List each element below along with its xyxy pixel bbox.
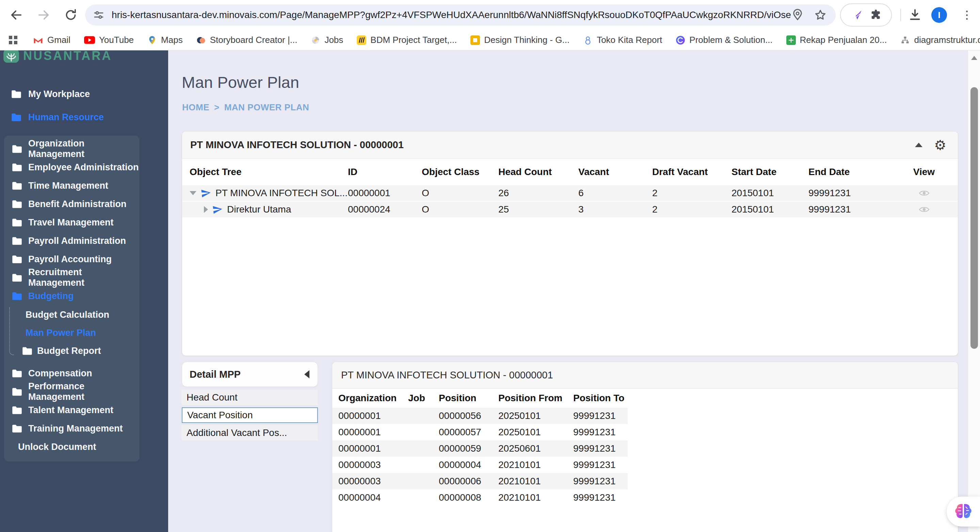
bookmark-youtube[interactable]: YouTube [84,35,134,45]
sidebar-item-travel-management[interactable]: Travel Management [4,213,140,232]
detail-item-head-count[interactable]: Head Count [182,390,318,405]
youtube-icon [84,36,95,44]
sidebar-item-organization-management[interactable]: Organization Management [4,140,140,158]
page-title: Man Power Plan [182,73,299,92]
nusantara-logo-icon [3,50,19,63]
sidebar-item-benefit-administration[interactable]: Benefit Administration [4,195,140,213]
sidebar-item-budgeting[interactable]: Budgeting [4,287,140,305]
sidebar-item-label: Benefit Administration [28,199,127,209]
folder-icon [12,406,22,414]
collapse-left-icon[interactable] [304,370,309,378]
location-icon[interactable] [791,9,804,21]
sidebar-item-employee-administration[interactable]: Employee Administration [4,158,140,177]
position-table-row[interactable]: 00000003 00000006 20210101 99991231 [332,473,628,489]
back-button[interactable] [9,8,24,22]
sidebar-item-man-power-plan[interactable]: Man Power Plan [25,324,140,342]
bookmark-problem-solution[interactable]: Problem & Solution... [676,35,772,45]
back-icon [10,8,23,22]
bookmark-gmail[interactable]: Gmail [33,35,70,45]
forward-button[interactable] [36,8,51,22]
cell-organization: 00000001 [338,410,408,421]
address-bar[interactable]: hris-kertasnusantara-dev.minovais.com/Pa… [85,5,836,25]
cell-organization: 00000003 [338,476,408,487]
position-table-row[interactable]: 00000001 00000056 20250101 99991231 [332,408,628,424]
sidebar-item-time-management[interactable]: Time Management [4,177,140,195]
cell-position: 00000004 [439,459,498,470]
org-table-row[interactable]: PT MINOVA INFOTECH SOL... 00000001 O 26 … [182,185,958,201]
cell-position-from: 20250601 [498,443,573,454]
detail-item-additional-vacant[interactable]: Additional Vacant Pos... [182,425,318,441]
site-settings-icon[interactable] [92,9,105,21]
bookmark-rekap-penjualan[interactable]: Rekap Penjualan 20... [786,35,887,45]
sidebar-item-recruitment-management[interactable]: Recruitment Management [4,268,140,287]
bookmark-design-thinking[interactable]: Design Thinking - G... [471,35,570,45]
browser-menu-button[interactable] [963,8,970,22]
expand-collapse-icon[interactable] [189,191,196,195]
sidebar-item-talent-management[interactable]: Talent Management [4,401,140,419]
folder-icon [22,347,32,355]
page-scrollbar[interactable] [968,50,980,532]
sidebar-item-my-workplace[interactable]: My Workplace [0,84,168,104]
url-text[interactable]: hris-kertasnusantara-dev.minovais.com/Pa… [111,10,791,21]
bookmark-toko-kita[interactable]: Toko Kita Report [583,35,662,45]
reload-button[interactable] [63,8,78,22]
cell-organization: 00000003 [338,459,408,470]
folder-icon [12,163,22,172]
expand-collapse-icon[interactable] [204,206,208,213]
sidebar-item-unlock-document[interactable]: Unlock Document [4,438,140,456]
org-panel-header: PT MINOVA INFOTECH SOLUTION - 00000001 ⚙ [182,131,958,159]
sidebar-item-budget-report[interactable]: Budget Report [22,342,140,360]
sidebar-item-compensation[interactable]: Compensation [4,364,140,382]
sidebar-item-budget-calculation[interactable]: Budget Calculation [25,306,140,324]
profile-avatar[interactable]: I [931,7,947,23]
settings-gear-icon[interactable]: ⚙ [934,138,946,152]
scrollbar-up-arrow[interactable] [971,56,977,60]
sidebar-item-label: Recruitment Management [28,267,140,288]
sidebar-item-label: Budget Calculation [25,310,109,320]
assistant-extension-icon[interactable] [850,8,863,22]
col-vacant: Vacant [578,167,652,177]
bookmark-storyboard[interactable]: Storyboard Creator |... [196,35,298,45]
extensions-puzzle-icon[interactable] [869,8,882,21]
cell-vacant: 6 [578,188,652,199]
org-tree-panel: PT MINOVA INFOTECH SOLUTION - 00000001 ⚙… [182,131,958,356]
cell-start-date: 20150101 [732,204,808,215]
sidebar-item-label: Budgeting [28,291,73,301]
scrollbar-thumb[interactable] [970,87,978,349]
bookmark-star-icon[interactable] [814,8,827,21]
sidebar-item-label: Human Resource [28,112,104,123]
detail-item-vacant-position[interactable]: Vacant Position [182,407,318,423]
cell-position: 00000059 [439,443,498,454]
apps-grid-icon[interactable] [9,36,18,44]
position-table-row[interactable]: 00000001 00000059 20250601 99991231 [332,440,628,457]
bookmarks-bar: Gmail YouTube Maps Storyboard Creator |.… [0,30,980,50]
view-eye-icon[interactable] [918,189,930,197]
view-eye-icon[interactable] [918,205,930,213]
cell-position-from: 20210101 [498,459,573,470]
folder-icon [12,274,22,282]
sidebar-item-performance-management[interactable]: Performance Management [4,382,140,401]
assistant-fab[interactable] [947,497,980,527]
org-table-row[interactable]: Direktur Utama 00000024 O 25 3 2 2015010… [182,202,958,217]
sidebar-item-payroll-accounting[interactable]: Payroll Accounting [4,250,140,268]
cell-id: 00000024 [348,204,422,215]
org-unit-icon [212,204,223,215]
position-table-row[interactable]: 00000004 00000008 20210101 99991231 [332,489,628,506]
position-table-row[interactable]: 00000001 00000057 20250101 99991231 [332,424,628,440]
detail-item-label: Head Count [186,392,237,403]
bookmark-bdm-project[interactable]: BDM Project Target,... [357,35,457,45]
collapse-panel-icon[interactable] [915,143,923,147]
sidebar-item-payroll-administration[interactable]: Payroll Administration [4,232,140,250]
bookmark-maps[interactable]: Maps [147,35,183,45]
orgchart-icon [900,35,910,45]
position-table-row[interactable]: 00000003 00000004 20210101 99991231 [332,457,628,473]
tree-guide-line [9,307,14,355]
bookmark-diagramstruktur[interactable]: diagramstruktur.dra... [900,35,980,45]
sidebar-item-human-resource[interactable]: Human Resource [0,107,168,127]
breadcrumb-home-link[interactable]: HOME [182,102,209,113]
bookmark-jobs[interactable]: Jobs [311,35,343,45]
downloads-button[interactable] [907,8,923,22]
sidebar-item-training-management[interactable]: Training Management [4,419,140,438]
col-draft-vacant: Draft Vacant [652,167,732,177]
cell-start-date: 20150101 [732,188,808,199]
